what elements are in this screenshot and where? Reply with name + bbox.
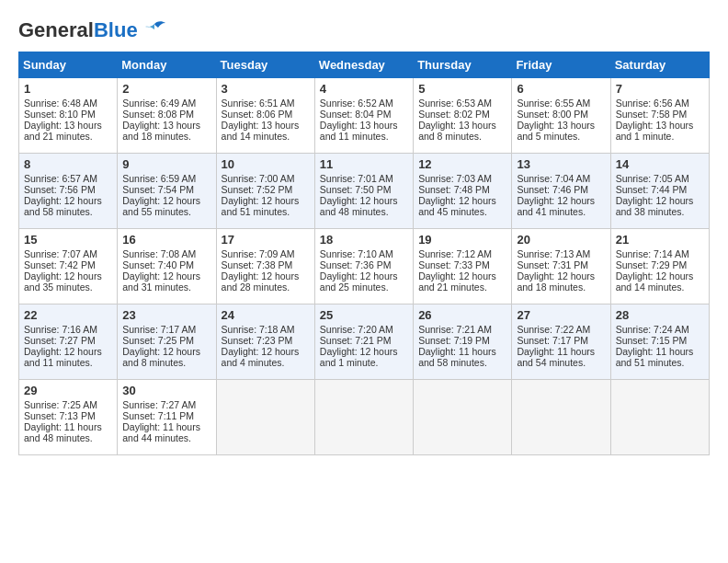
- calendar-cell: 17Sunrise: 7:09 AMSunset: 7:38 PMDayligh…: [216, 229, 314, 304]
- daylight-text: Daylight: 11 hours and 54 minutes.: [517, 346, 605, 368]
- sunrise-text: Sunrise: 6:53 AM: [418, 98, 506, 109]
- day-number: 10: [222, 157, 310, 171]
- sunset-text: Sunset: 8:08 PM: [122, 109, 210, 120]
- daylight-text: Daylight: 12 hours and 25 minutes.: [320, 270, 408, 293]
- sunset-text: Sunset: 7:25 PM: [122, 335, 210, 346]
- sunset-text: Sunset: 7:40 PM: [122, 259, 210, 270]
- calendar-cell: 10Sunrise: 7:00 AMSunset: 7:52 PMDayligh…: [216, 154, 314, 229]
- sunset-text: Sunset: 7:38 PM: [222, 259, 310, 270]
- calendar-cell: [512, 380, 610, 455]
- logo-text: GeneralBlue: [18, 18, 138, 42]
- daylight-text: Daylight: 12 hours and 51 minutes.: [222, 195, 310, 217]
- day-number: 1: [24, 82, 112, 96]
- day-number: 2: [122, 82, 210, 96]
- sunset-text: Sunset: 7:48 PM: [418, 184, 506, 195]
- calendar-cell: 13Sunrise: 7:04 AMSunset: 7:46 PMDayligh…: [512, 154, 610, 229]
- sunset-text: Sunset: 7:23 PM: [222, 335, 310, 346]
- calendar-cell: [216, 380, 314, 455]
- day-number: 29: [24, 384, 112, 397]
- calendar-week-row: 8Sunrise: 6:57 AMSunset: 7:56 PMDaylight…: [19, 154, 710, 229]
- calendar-week-row: 29Sunrise: 7:25 AMSunset: 7:13 PMDayligh…: [19, 380, 710, 455]
- daylight-text: Daylight: 12 hours and 31 minutes.: [122, 270, 210, 293]
- day-number: 20: [517, 233, 605, 247]
- daylight-text: Daylight: 12 hours and 38 minutes.: [616, 195, 704, 217]
- daylight-text: Daylight: 11 hours and 58 minutes.: [418, 346, 506, 368]
- sunset-text: Sunset: 7:54 PM: [122, 184, 210, 195]
- calendar-cell: 11Sunrise: 7:01 AMSunset: 7:50 PMDayligh…: [314, 154, 413, 229]
- daylight-text: Daylight: 13 hours and 1 minute.: [616, 120, 704, 142]
- col-header-friday: Friday: [512, 52, 610, 78]
- daylight-text: Daylight: 12 hours and 21 minutes.: [418, 270, 506, 293]
- calendar-cell: 18Sunrise: 7:10 AMSunset: 7:36 PMDayligh…: [314, 229, 413, 304]
- day-number: 14: [616, 157, 704, 171]
- calendar-week-row: 22Sunrise: 7:16 AMSunset: 7:27 PMDayligh…: [19, 304, 710, 380]
- daylight-text: Daylight: 11 hours and 44 minutes.: [122, 421, 210, 443]
- day-number: 12: [418, 157, 506, 171]
- calendar-week-row: 1Sunrise: 6:48 AMSunset: 8:10 PMDaylight…: [19, 78, 710, 154]
- sunset-text: Sunset: 8:04 PM: [320, 109, 408, 120]
- page-header: GeneralBlue: [18, 18, 710, 42]
- day-number: 3: [222, 82, 310, 96]
- sunset-text: Sunset: 7:19 PM: [418, 335, 506, 346]
- calendar-cell: 21Sunrise: 7:14 AMSunset: 7:29 PMDayligh…: [610, 229, 709, 304]
- sunrise-text: Sunrise: 6:52 AM: [320, 98, 408, 109]
- sunrise-text: Sunrise: 6:51 AM: [222, 98, 310, 109]
- day-number: 24: [222, 308, 310, 322]
- sunset-text: Sunset: 7:36 PM: [320, 259, 408, 270]
- logo: GeneralBlue: [18, 18, 167, 42]
- day-number: 26: [418, 308, 506, 322]
- day-number: 27: [517, 308, 605, 322]
- sunrise-text: Sunrise: 6:59 AM: [122, 173, 210, 184]
- daylight-text: Daylight: 12 hours and 18 minutes.: [517, 270, 605, 293]
- day-number: 28: [616, 308, 704, 322]
- calendar-cell: 19Sunrise: 7:12 AMSunset: 7:33 PMDayligh…: [414, 229, 512, 304]
- sunset-text: Sunset: 7:29 PM: [616, 259, 704, 270]
- day-number: 23: [122, 308, 210, 322]
- day-number: 9: [122, 157, 210, 171]
- daylight-text: Daylight: 12 hours and 35 minutes.: [24, 270, 112, 293]
- sunset-text: Sunset: 8:02 PM: [418, 109, 506, 120]
- sunrise-text: Sunrise: 7:08 AM: [122, 248, 210, 259]
- calendar-cell: 5Sunrise: 6:53 AMSunset: 8:02 PMDaylight…: [414, 78, 512, 154]
- sunrise-text: Sunrise: 7:13 AM: [517, 248, 605, 259]
- sunrise-text: Sunrise: 7:24 AM: [616, 324, 704, 335]
- daylight-text: Daylight: 11 hours and 51 minutes.: [616, 346, 704, 368]
- daylight-text: Daylight: 12 hours and 55 minutes.: [122, 195, 210, 217]
- col-header-wednesday: Wednesday: [314, 52, 413, 78]
- sunrise-text: Sunrise: 7:05 AM: [616, 173, 704, 184]
- col-header-saturday: Saturday: [610, 52, 709, 78]
- sunrise-text: Sunrise: 7:04 AM: [517, 173, 605, 184]
- day-number: 25: [320, 308, 408, 322]
- calendar-cell: 15Sunrise: 7:07 AMSunset: 7:42 PMDayligh…: [19, 229, 118, 304]
- col-header-sunday: Sunday: [19, 52, 118, 78]
- day-number: 17: [222, 233, 310, 247]
- sunrise-text: Sunrise: 7:17 AM: [122, 324, 210, 335]
- daylight-text: Daylight: 12 hours and 58 minutes.: [24, 195, 112, 217]
- daylight-text: Daylight: 13 hours and 18 minutes.: [122, 120, 210, 142]
- sunrise-text: Sunrise: 7:18 AM: [222, 324, 310, 335]
- calendar-cell: 12Sunrise: 7:03 AMSunset: 7:48 PMDayligh…: [414, 154, 512, 229]
- sunrise-text: Sunrise: 6:55 AM: [517, 98, 605, 109]
- day-number: 5: [418, 82, 506, 96]
- calendar-cell: 1Sunrise: 6:48 AMSunset: 8:10 PMDaylight…: [19, 78, 118, 154]
- sunset-text: Sunset: 7:27 PM: [24, 335, 112, 346]
- sunset-text: Sunset: 8:10 PM: [24, 109, 112, 120]
- daylight-text: Daylight: 12 hours and 4 minutes.: [222, 346, 310, 368]
- sunrise-text: Sunrise: 6:48 AM: [24, 98, 112, 109]
- day-number: 22: [24, 308, 112, 322]
- sunrise-text: Sunrise: 6:57 AM: [24, 173, 112, 184]
- sunrise-text: Sunrise: 7:01 AM: [320, 173, 408, 184]
- calendar-cell: 27Sunrise: 7:22 AMSunset: 7:17 PMDayligh…: [512, 304, 610, 380]
- sunrise-text: Sunrise: 7:07 AM: [24, 248, 112, 259]
- daylight-text: Daylight: 12 hours and 28 minutes.: [222, 270, 310, 293]
- col-header-tuesday: Tuesday: [216, 52, 314, 78]
- day-number: 15: [24, 233, 112, 247]
- sunrise-text: Sunrise: 7:10 AM: [320, 248, 408, 259]
- calendar-cell: 28Sunrise: 7:24 AMSunset: 7:15 PMDayligh…: [610, 304, 709, 380]
- sunset-text: Sunset: 7:42 PM: [24, 259, 112, 270]
- sunrise-text: Sunrise: 7:25 AM: [24, 399, 112, 410]
- day-number: 19: [418, 233, 506, 247]
- calendar-cell: 26Sunrise: 7:21 AMSunset: 7:19 PMDayligh…: [414, 304, 512, 380]
- sunrise-text: Sunrise: 7:09 AM: [222, 248, 310, 259]
- sunset-text: Sunset: 7:46 PM: [517, 184, 605, 195]
